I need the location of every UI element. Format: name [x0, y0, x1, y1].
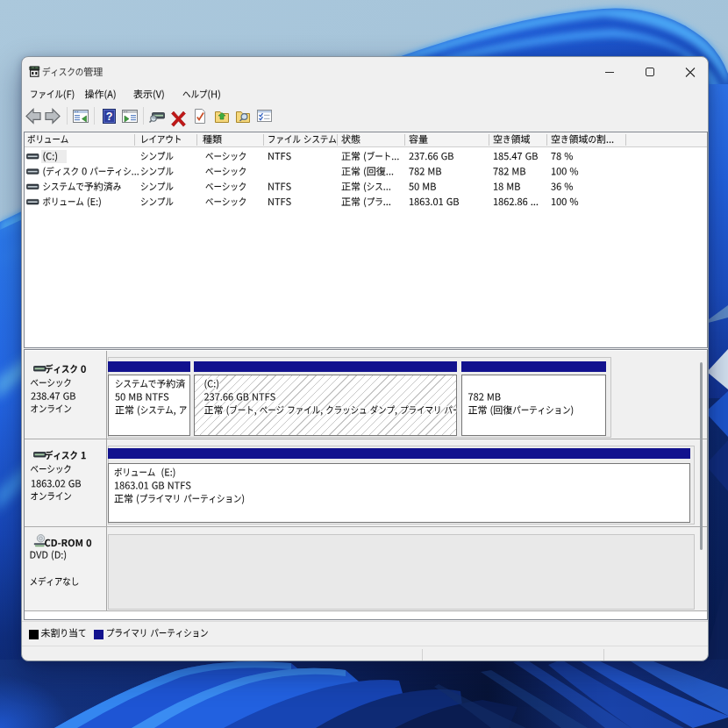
svg-text:?: ?: [106, 111, 113, 123]
